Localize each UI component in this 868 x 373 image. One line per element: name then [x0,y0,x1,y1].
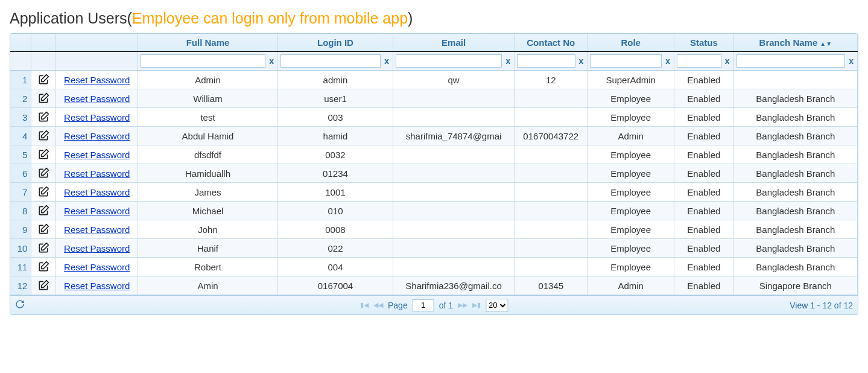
col-header-role[interactable]: Role [588,34,674,52]
cell-branch: Bangladesh Branch [733,239,857,258]
col-header-contact-no[interactable]: Contact No [515,34,588,52]
cell-email: Sharifmia236@gmail.co [393,276,514,295]
reset-password-link[interactable]: Reset Password [64,112,130,123]
row-number: 9 [10,220,31,239]
edit-icon[interactable] [37,279,49,290]
cell-status: Enabled [674,202,734,220]
cell-login-id: 1001 [278,183,393,202]
cell-branch: Bangladesh Branch [733,108,857,127]
cell-role: Employee [588,258,674,276]
pager-page-size-select[interactable]: 20 [486,299,508,312]
reset-password-link[interactable]: Reset Password [64,168,130,179]
row-number: 6 [10,164,31,183]
reset-password-link[interactable]: Reset Password [64,206,130,216]
col-header-branch-name[interactable]: Branch Name▲▼ [733,34,857,52]
edit-cell [31,71,56,89]
cell-contact-no [515,145,588,164]
reset-password-link[interactable]: Reset Password [64,75,130,85]
col-header-role-label: Role [621,37,641,48]
pager-next-icon[interactable]: ▶▶ [458,301,467,309]
reset-password-link[interactable]: Reset Password [64,150,130,160]
edit-icon[interactable] [37,242,49,252]
filter-input-contact-no[interactable] [517,54,575,68]
pager-prev-icon[interactable]: ◀◀ [373,301,383,309]
filter-input-login-id[interactable] [280,54,381,68]
cell-branch: Bangladesh Branch [733,89,857,108]
filter-input-email[interactable] [396,54,502,68]
filter-clear-login-id[interactable]: x [383,56,390,66]
edit-icon[interactable] [37,130,49,140]
cell-status: Enabled [674,71,734,89]
filter-input-role[interactable] [590,54,662,68]
edit-icon[interactable] [37,261,49,271]
reset-cell: Reset Password [56,108,138,127]
reset-cell: Reset Password [56,276,138,295]
edit-icon[interactable] [37,167,49,177]
filter-clear-email[interactable]: x [504,56,512,66]
reset-password-link[interactable]: Reset Password [64,243,130,253]
filter-input-status[interactable] [677,54,721,68]
cell-email [393,239,514,258]
filter-clear-branch-name[interactable]: x [847,56,855,66]
refresh-icon[interactable] [15,299,25,311]
col-header-login-id[interactable]: Login ID [278,34,393,52]
col-header-email[interactable]: Email [393,34,514,52]
filter-clear-full-name[interactable]: x [268,56,275,66]
edit-cell [31,127,56,145]
reset-password-link[interactable]: Reset Password [64,281,130,291]
filter-cell-email: x [393,52,514,71]
cell-contact-no [515,239,588,258]
filter-clear-status[interactable]: x [724,56,731,66]
filter-input-branch-name[interactable] [737,54,846,68]
reset-password-link[interactable]: Reset Password [64,94,130,104]
col-header-full-name-label: Full Name [186,37,230,48]
edit-icon[interactable] [37,223,49,234]
row-number: 2 [10,89,31,108]
pager-first-icon[interactable]: ▮◀ [360,301,369,309]
edit-icon[interactable] [37,92,49,103]
cell-branch [733,71,857,89]
edit-icon[interactable] [37,205,49,215]
cell-role: Employee [588,183,674,202]
filter-input-full-name[interactable] [141,54,265,68]
col-header-status[interactable]: Status [674,34,734,52]
cell-full-name: Michael [138,202,277,220]
reset-password-link[interactable]: Reset Password [64,187,130,197]
pager-page-input[interactable] [413,299,434,311]
edit-icon[interactable] [37,111,49,121]
cell-email: qw [393,71,514,89]
filter-cell-reset [56,52,138,71]
cell-role: Employee [588,164,674,183]
cell-full-name: Hanif [138,239,277,258]
col-header-login-id-label: Login ID [317,37,353,48]
edit-icon[interactable] [37,186,49,196]
cell-contact-no: 01670043722 [515,127,588,145]
cell-role: Employee [588,220,674,239]
col-header-full-name[interactable]: Full Name [138,34,277,52]
reset-password-link[interactable]: Reset Password [64,262,130,272]
cell-email [393,183,514,202]
row-number: 3 [10,108,31,127]
filter-cell-role: x [588,52,674,71]
table-row: 6Reset PasswordHamiduallh01234EmployeeEn… [10,164,858,183]
cell-full-name: Hamiduallh [138,164,277,183]
cell-branch: Bangladesh Branch [733,202,857,220]
col-header-reset [56,34,138,52]
pager-last-icon[interactable]: ▶▮ [472,301,481,309]
cell-email: sharifmia_74874@gmai [393,127,514,145]
cell-role: Admin [588,127,674,145]
pager: ▮◀ ◀◀ Page of 1 ▶▶ ▶▮ 20 View 1 - 12 of … [10,295,858,314]
col-header-rownum [10,34,31,52]
reset-password-link[interactable]: Reset Password [64,225,130,235]
edit-icon[interactable] [37,148,49,159]
paren-close: ) [408,10,413,27]
edit-icon[interactable] [37,74,49,84]
filter-cell-login-id: x [278,52,393,71]
reset-password-link[interactable]: Reset Password [64,131,130,141]
filter-clear-role[interactable]: x [664,56,671,66]
filter-clear-contact-no[interactable]: x [578,56,585,66]
row-number: 5 [10,145,31,164]
edit-cell [31,89,56,108]
cell-role: SuperAdmin [588,71,674,89]
cell-login-id: 01234 [278,164,393,183]
